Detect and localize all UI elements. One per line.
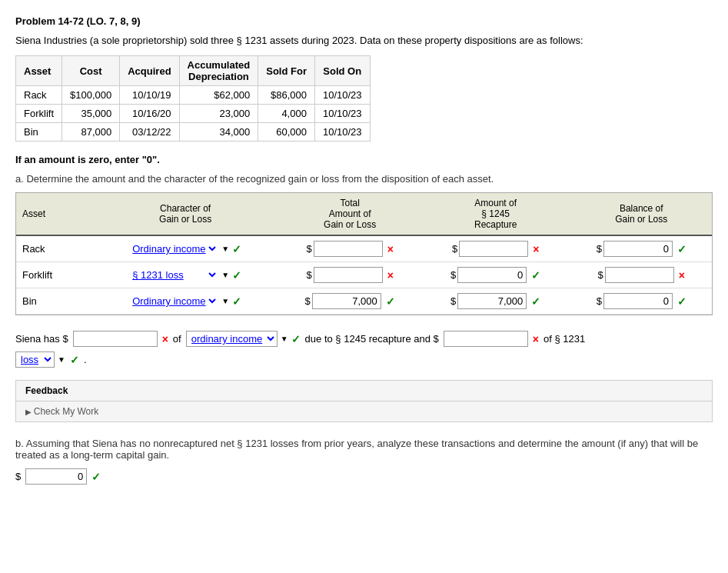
- char-dropdown-wrap: Ordinary income§ 1231 loss§ 1231 gain ▼ …: [129, 295, 241, 308]
- char-arrow-icon: ▼: [221, 297, 229, 305]
- char-arrow-icon: ▼: [221, 245, 229, 253]
- feedback-header: Feedback: [16, 381, 712, 401]
- data-cell: Bin: [16, 123, 62, 142]
- summary-input-1[interactable]: [73, 331, 158, 347]
- check-work-button[interactable]: Check My Work: [16, 401, 712, 421]
- total-x-icon: ×: [387, 269, 394, 282]
- col-sold-for: Sold For: [258, 56, 315, 86]
- summary-x2: ×: [533, 333, 539, 345]
- total-dollar-sign: $: [305, 295, 311, 307]
- answer-table: Asset Character ofGain or Loss TotalAmou…: [16, 193, 712, 315]
- summary-dropdown-wrap: ordinary income§ 1231 gain§ 1231 loss ▼ …: [186, 331, 301, 347]
- summary-type-select[interactable]: ordinary income§ 1231 gain§ 1231 loss: [186, 331, 278, 347]
- char-arrow-icon: ▼: [221, 271, 229, 279]
- col-asset: Asset: [16, 56, 62, 86]
- total-input-1[interactable]: [314, 267, 383, 283]
- char-select-0[interactable]: Ordinary income§ 1231 loss§ 1231 gain: [129, 242, 218, 255]
- summary-due-to: due to § 1245 recapture and $: [305, 333, 439, 345]
- part-b-label: b. Assuming that Siena has no nonrecaptu…: [15, 438, 713, 461]
- data-cell: 34,000: [179, 123, 258, 142]
- answer-asset-name: Bin: [16, 288, 91, 315]
- summary-prefix: Siena has $: [15, 333, 68, 345]
- bal-input-1[interactable]: [605, 267, 674, 283]
- summary-of: of: [173, 333, 181, 345]
- answer-asset-name: Forklift: [16, 262, 91, 288]
- char-check-icon: ✓: [232, 243, 241, 255]
- data-cell: Forklift: [16, 105, 62, 123]
- answer-char-cell: Ordinary income§ 1231 loss§ 1231 gain ▼ …: [91, 262, 280, 288]
- char-select-2[interactable]: Ordinary income§ 1231 loss§ 1231 gain: [129, 295, 218, 308]
- data-cell: 10/10/23: [314, 105, 370, 123]
- answer-char-cell: Ordinary income§ 1231 loss§ 1231 gain ▼ …: [91, 288, 280, 315]
- recap-check-icon: ✓: [531, 269, 540, 282]
- part-b-check: ✓: [91, 471, 101, 483]
- total-input-2[interactable]: [312, 293, 381, 309]
- bal-x-icon: ×: [679, 269, 685, 282]
- data-cell: 23,000: [179, 105, 258, 123]
- recap-input-2[interactable]: [457, 293, 527, 309]
- char-select-1[interactable]: Ordinary income§ 1231 loss§ 1231 gain: [129, 268, 218, 282]
- data-table-row: Forklift35,00010/16/2023,0004,00010/10/2…: [16, 105, 371, 123]
- th-1245: Amount of§ 1245Recapture: [421, 193, 571, 235]
- col-sold-on: Sold On: [314, 56, 370, 86]
- recap-dollar-sign: $: [452, 243, 457, 255]
- recap-input-1[interactable]: [457, 267, 527, 283]
- total-dollar-sign: $: [306, 269, 311, 281]
- answer-balance-cell: $×: [571, 262, 712, 288]
- total-check-icon: ✓: [386, 295, 395, 308]
- bal-input-2[interactable]: [603, 293, 673, 309]
- bal-dollar-sign: $: [597, 243, 602, 255]
- col-acquired: Acquired: [120, 56, 179, 86]
- char-dropdown-wrap: Ordinary income§ 1231 loss§ 1231 gain ▼ …: [129, 242, 241, 255]
- loss-check: ✓: [70, 354, 79, 366]
- summary-dropdown-arrow: ▼: [281, 335, 288, 343]
- answer-total-cell: $✓: [279, 288, 420, 315]
- char-dropdown-wrap: Ordinary income§ 1231 loss§ 1231 gain ▼ …: [129, 268, 241, 282]
- answer-row: BinOrdinary income§ 1231 loss§ 1231 gain…: [16, 288, 712, 315]
- data-cell: $86,000: [258, 86, 315, 105]
- total-wrap: $✓: [305, 293, 395, 309]
- total-dollar-sign: $: [306, 243, 311, 255]
- recap-wrap: $✓: [450, 293, 540, 309]
- answer-recapture-cell: $✓: [421, 288, 571, 315]
- feedback-section: Feedback Check My Work: [15, 380, 713, 422]
- loss-select[interactable]: lossgain: [15, 351, 55, 368]
- answer-asset-name: Rack: [16, 235, 91, 262]
- recap-input-0[interactable]: [459, 241, 528, 257]
- th-asset: Asset: [16, 193, 91, 235]
- data-cell: $100,000: [62, 86, 120, 105]
- bal-input-0[interactable]: [603, 241, 673, 257]
- data-cell: 03/12/22: [120, 123, 179, 142]
- char-check-icon: ✓: [232, 269, 241, 282]
- summary-of-1231: of § 1231: [544, 333, 585, 345]
- data-cell: 10/10/19: [120, 86, 179, 105]
- data-table: Asset Cost Acquired AccumulatedDepreciat…: [15, 55, 371, 142]
- part-b-dollar: $: [15, 471, 21, 482]
- answer-recapture-cell: $×: [421, 235, 571, 262]
- data-cell: Rack: [16, 86, 62, 105]
- problem-title: Problem 14-72 (LO. 7, 8, 9): [15, 15, 713, 27]
- answer-total-cell: $×: [279, 262, 420, 288]
- col-cost: Cost: [62, 56, 120, 86]
- recap-check-icon: ✓: [531, 295, 540, 308]
- answer-balance-cell: $✓: [571, 235, 712, 262]
- bal-dollar-sign: $: [597, 295, 602, 307]
- part-b-input[interactable]: [25, 468, 87, 485]
- data-cell: $62,000: [179, 86, 258, 105]
- total-input-0[interactable]: [314, 241, 383, 257]
- data-cell: 60,000: [258, 123, 315, 142]
- part-b: b. Assuming that Siena has no nonrecaptu…: [15, 438, 713, 485]
- bal-wrap: $×: [598, 267, 685, 283]
- recap-dollar-sign: $: [450, 269, 456, 281]
- intro-text: Siena Industries (a sole proprietorship)…: [15, 35, 713, 46]
- loss-arrow: ▼: [58, 355, 65, 364]
- instruction: If an amount is zero, enter "0".: [15, 154, 713, 165]
- answer-char-cell: Ordinary income§ 1231 loss§ 1231 gain ▼ …: [91, 235, 280, 262]
- bal-wrap: $✓: [597, 241, 686, 257]
- recap-wrap: $✓: [450, 267, 540, 283]
- summary-input-2[interactable]: [444, 331, 528, 347]
- data-table-row: Bin87,00003/12/2234,00060,00010/10/23: [16, 123, 371, 142]
- answer-table-wrapper: Asset Character ofGain or Loss TotalAmou…: [15, 192, 713, 315]
- bal-dollar-sign: $: [598, 269, 603, 281]
- char-check-icon: ✓: [232, 295, 241, 308]
